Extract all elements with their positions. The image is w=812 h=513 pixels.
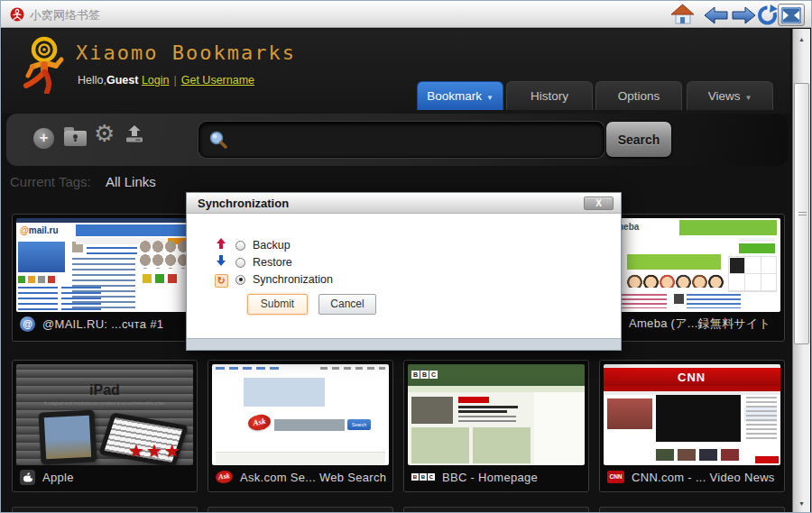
tab-label: History <box>531 89 568 103</box>
synchronization-dialog: Synchronization X Backup Restore ↻ Synch… <box>186 192 622 351</box>
backup-radio[interactable] <box>235 241 245 251</box>
scrollbar-thumb[interactable] <box>794 83 809 344</box>
option-backup[interactable]: Backup <box>214 237 291 253</box>
rating-stars-icon: ★★★ <box>128 440 182 462</box>
synchronization-radio[interactable] <box>235 275 245 285</box>
bookmark-caption: a Ameba (ア...録無料サイト <box>604 312 780 335</box>
settings-gear-icon[interactable]: ⚙ <box>94 122 115 145</box>
back-arrow-icon[interactable] <box>704 6 728 24</box>
scroll-down-icon[interactable]: ▼ <box>793 497 810 511</box>
ameba-thumbnail: Ameba <box>604 218 780 312</box>
compact-view-icon <box>781 7 801 23</box>
mailru-domain: mail.ru <box>29 225 59 235</box>
dialog-header: Synchronization X <box>187 193 621 214</box>
search-box <box>198 122 604 158</box>
bookmark-caption: BBC BBC - Homepage <box>408 465 585 489</box>
dialog-footer <box>187 338 621 350</box>
window-title: 小窝网络书签 <box>30 7 100 23</box>
tab-label: Options <box>618 89 660 103</box>
bbc-letter: C <box>429 371 438 379</box>
ask-thumbnail: Ask Search <box>212 364 389 465</box>
add-bookmark-icon[interactable] <box>33 128 54 149</box>
vertical-scrollbar: ▲ ▼ <box>792 29 810 513</box>
bookmark-card-cnn[interactable]: CNN CNN CNN.com - ... Video News <box>599 360 785 492</box>
bbc-letter: B <box>420 473 427 481</box>
tab-bookmark[interactable]: Bookmark▼ <box>417 81 503 110</box>
bbc-letter: B <box>411 371 420 379</box>
apple-thumbnail: iPad A magical and revolutionary product… <box>16 364 193 465</box>
mailru-avatar-grid <box>139 240 191 269</box>
cnn-site-icon: CNN <box>607 471 624 483</box>
bbc-letter: B <box>420 371 429 379</box>
upload-icon[interactable] <box>125 125 143 143</box>
bookmark-caption: CNN CNN.com - ... Video News <box>604 465 780 489</box>
bookmark-caption: @ @MAIL.RU: ...счта #1 <box>16 312 193 335</box>
option-label: Restore <box>253 256 292 269</box>
partial-card-top <box>12 507 198 513</box>
option-synchronization[interactable]: ↻ Synchronization <box>214 271 333 288</box>
tab-options[interactable]: Options <box>595 81 682 110</box>
mailru-logo-text: @mail.ru <box>20 225 59 235</box>
ipad-tagline: A magical and revolutionary product at a… <box>16 400 193 406</box>
tab-label: Bookmark <box>427 89 482 103</box>
ameba-panda-grid <box>728 256 777 292</box>
ask-logo: Ask <box>247 413 272 432</box>
app-logo-icon <box>10 7 24 22</box>
sync-icon: ↻ <box>214 271 228 288</box>
home-icon[interactable] <box>670 4 695 25</box>
sync-glyph: ↻ <box>215 274 228 288</box>
bookmark-card-ameba[interactable]: Ameba a Ameba (ア...録無料サイト <box>599 214 785 342</box>
bookmark-title: BBC - Homepage <box>442 471 538 484</box>
app-title: Xiaomo Bookmarks <box>76 41 296 64</box>
submit-button[interactable]: Submit <box>247 294 308 315</box>
greeting-text: Hello, <box>78 74 106 87</box>
restore-radio[interactable] <box>235 258 245 268</box>
forward-arrow-icon[interactable] <box>732 6 756 24</box>
refresh-icon[interactable] <box>756 4 779 26</box>
option-restore[interactable]: Restore <box>214 254 292 270</box>
search-button[interactable]: Search <box>605 121 672 158</box>
login-link[interactable]: Login <box>142 74 170 87</box>
chevron-down-icon: ▼ <box>744 94 752 102</box>
ipad-device-front <box>39 409 97 464</box>
tab-label: Views <box>708 89 741 103</box>
up-arrow-icon <box>214 237 228 253</box>
cancel-button[interactable]: Cancel <box>318 294 376 315</box>
bookmark-card-ask[interactable]: Ask Search Ask Ask.com Se... Web Search <box>208 360 393 492</box>
bookmark-title: @MAIL.RU: ...счта #1 <box>42 317 163 331</box>
option-label: Backup <box>253 239 291 252</box>
tab-history[interactable]: History <box>506 81 593 110</box>
partial-card-top <box>599 507 785 513</box>
private-folder-icon[interactable] <box>64 131 87 146</box>
xiaomo-logo-icon <box>20 36 69 94</box>
tab-views[interactable]: Views▼ <box>687 81 773 110</box>
bookmark-title: CNN.com - ... Video News <box>632 471 775 484</box>
current-tags-bar: Current Tags: All Links <box>10 174 156 189</box>
partial-card-top <box>403 507 589 513</box>
bookmark-card-apple[interactable]: iPad A magical and revolutionary product… <box>12 360 198 492</box>
chevron-down-icon: ▼ <box>486 94 494 102</box>
cnn-logo: CNN <box>678 371 706 384</box>
close-icon[interactable]: X <box>584 197 614 210</box>
bookmark-card-bbc[interactable]: BBC BBC BBC - Homepage <box>403 360 589 492</box>
mailru-at: @ <box>20 225 29 235</box>
cnn-thumbnail: CNN <box>604 364 780 465</box>
scroll-up-icon[interactable]: ▲ <box>793 32 810 47</box>
ipad-screen <box>44 416 91 460</box>
mailru-site-icon: @ <box>20 316 35 332</box>
bbc-thumbnail: BBC <box>408 364 585 465</box>
bookmark-title: Apple <box>42 471 74 484</box>
app-window: 小窝网络书签 <box>0 0 812 513</box>
ask-site-icon: Ask <box>215 470 234 485</box>
compact-view-button[interactable] <box>778 4 805 26</box>
current-tags-value[interactable]: All Links <box>106 174 156 189</box>
bbc-logo-blocks: BBC <box>411 371 438 379</box>
partial-card-top <box>208 507 393 513</box>
bookmark-card-mailru[interactable]: @mail.ru @ @MAIL.RU: ...счта #1 <box>12 214 198 342</box>
app-header: Xiaomo Bookmarks Hello,Guest Login|Get U… <box>2 29 790 114</box>
get-username-link[interactable]: Get Username <box>181 74 254 87</box>
bookmark-title: Ask.com Se... Web Search <box>240 471 386 484</box>
search-input[interactable] <box>235 126 595 153</box>
toolbar: ⚙ Search <box>6 114 788 166</box>
down-arrow-icon <box>214 254 228 270</box>
